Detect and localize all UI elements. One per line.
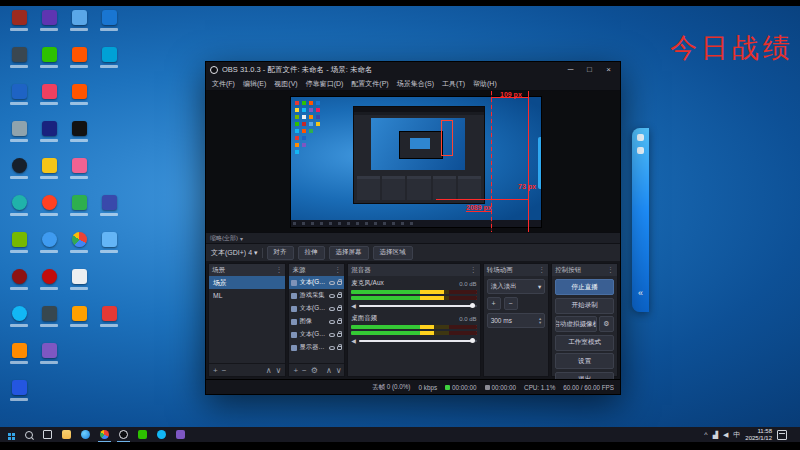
desktop-icon[interactable] — [66, 10, 92, 31]
remove-transition-button[interactable]: − — [504, 297, 518, 310]
preview-zoom-label[interactable]: 缩略(全部) — [210, 234, 238, 243]
menu-scene-collection[interactable]: 场景集合(S) — [393, 79, 438, 89]
desktop-icon[interactable] — [36, 195, 62, 216]
spin-down-icon[interactable]: ▾ — [539, 321, 541, 325]
lock-icon[interactable] — [337, 346, 342, 350]
add-scene-icon[interactable]: + — [213, 366, 218, 375]
desktop-icon[interactable] — [6, 158, 32, 179]
taskbar-chrome[interactable] — [95, 427, 114, 442]
task-view-button[interactable] — [38, 427, 57, 442]
desktop-icon[interactable] — [66, 269, 92, 290]
volume-icon[interactable]: ◀ — [723, 431, 728, 438]
desktop-icon[interactable] — [66, 195, 92, 216]
desktop-icon[interactable] — [36, 84, 62, 105]
source-item[interactable]: 文本(GDI+) — [289, 328, 344, 341]
speaker-icon[interactable]: ◀ — [351, 303, 356, 309]
desktop-icon[interactable] — [36, 306, 62, 327]
network-icon[interactable]: ▟ — [713, 431, 718, 438]
move-down-icon[interactable]: ∨ — [276, 366, 282, 375]
start-recording-button[interactable]: 开始录制 — [555, 298, 614, 314]
menu-profile[interactable]: 配置文件(P) — [347, 79, 392, 89]
dock-menu-icon[interactable]: ⋮ — [538, 266, 545, 274]
desktop-icon[interactable] — [36, 158, 62, 179]
desktop-icon[interactable] — [6, 269, 32, 290]
desktop-icon[interactable] — [36, 47, 62, 68]
lock-icon[interactable] — [337, 307, 342, 311]
desktop-icon[interactable] — [96, 232, 122, 253]
desktop-icon[interactable] — [96, 195, 122, 216]
toolbar-select-screen-button[interactable]: 选择屏幕 — [329, 246, 369, 260]
menu-view[interactable]: 视图(V) — [270, 79, 301, 89]
source-item[interactable]: 文本(GDI+) 4 — [289, 276, 344, 289]
visibility-eye-icon[interactable] — [329, 307, 335, 311]
desktop-icon[interactable] — [66, 84, 92, 105]
collapse-icon[interactable]: « — [632, 288, 649, 298]
visibility-eye-icon[interactable] — [329, 333, 335, 337]
move-up-icon[interactable]: ∧ — [266, 366, 272, 375]
start-button[interactable] — [0, 427, 19, 442]
side-dock[interactable]: « — [632, 128, 649, 312]
maximize-button[interactable]: □ — [582, 62, 597, 77]
tray-expand-icon[interactable]: ^ — [704, 431, 707, 438]
desktop-icon[interactable] — [66, 158, 92, 179]
desktop-icon[interactable] — [66, 121, 92, 142]
menu-help[interactable]: 帮助(H) — [469, 79, 501, 89]
desktop-icon[interactable] — [96, 10, 122, 31]
taskbar-qq[interactable] — [152, 427, 171, 442]
desktop-icon[interactable] — [96, 47, 122, 68]
transition-select[interactable]: 淡入淡出 ▾ — [487, 279, 546, 294]
desktop-icon[interactable] — [6, 84, 32, 105]
taskbar-edge[interactable] — [76, 427, 95, 442]
move-down-icon[interactable]: ∨ — [336, 366, 342, 375]
desktop-icon[interactable] — [6, 343, 32, 364]
start-virtual-camera-button[interactable]: 启动虚拟摄像机 — [555, 316, 597, 332]
source-item[interactable]: 图像 — [289, 315, 344, 328]
desktop-icon[interactable] — [6, 10, 32, 31]
lock-icon[interactable] — [337, 333, 342, 337]
desktop-icon[interactable] — [6, 195, 32, 216]
studio-mode-button[interactable]: 工作室模式 — [555, 335, 614, 351]
minimize-button[interactable]: ─ — [563, 62, 578, 77]
remove-scene-icon[interactable]: − — [222, 366, 227, 375]
desktop-icon[interactable] — [6, 121, 32, 142]
speaker-icon[interactable]: ◀ — [351, 338, 356, 344]
dock-menu-icon[interactable]: ⋮ — [607, 266, 614, 274]
obs-titlebar[interactable]: OBS 31.0.3 - 配置文件: 未命名 - 场景: 未命名 ─ □ × — [206, 62, 620, 77]
search-button[interactable] — [19, 427, 38, 442]
dock-menu-icon[interactable]: ⋮ — [470, 266, 477, 274]
visibility-eye-icon[interactable] — [329, 294, 335, 298]
lock-icon[interactable] — [337, 294, 342, 298]
add-transition-button[interactable]: + — [487, 297, 501, 310]
side-dock-icon[interactable] — [637, 134, 644, 141]
desktop-icon[interactable] — [6, 380, 32, 401]
dock-menu-icon[interactable]: ⋮ — [334, 266, 341, 274]
visibility-eye-icon[interactable] — [329, 281, 335, 285]
remove-source-icon[interactable]: − — [302, 366, 307, 375]
volume-slider[interactable] — [359, 305, 477, 307]
add-source-icon[interactable]: + — [293, 366, 298, 375]
desktop-icon[interactable] — [96, 306, 122, 327]
menu-tools[interactable]: 工具(T) — [438, 79, 469, 89]
desktop-icon[interactable] — [6, 306, 32, 327]
desktop-icon[interactable] — [66, 306, 92, 327]
source-item[interactable]: 文本(GDI+) 2 — [289, 302, 344, 315]
taskbar-app[interactable] — [171, 427, 190, 442]
side-dock-icon[interactable] — [637, 147, 644, 154]
notification-center-icon[interactable] — [777, 430, 787, 440]
taskbar-file-explorer[interactable] — [57, 427, 76, 442]
settings-button[interactable]: 设置 — [555, 353, 614, 369]
close-button[interactable]: × — [601, 62, 616, 77]
lock-icon[interactable] — [337, 320, 342, 324]
desktop-icon[interactable] — [36, 343, 62, 364]
toolbar-select-region-button[interactable]: 选择区域 — [373, 246, 413, 260]
desktop-icon[interactable] — [6, 47, 32, 68]
ime-indicator[interactable]: 中 — [733, 431, 740, 438]
virtual-camera-settings-icon[interactable]: ⚙ — [599, 316, 614, 332]
preview-canvas[interactable]: 109 px 73 px 2089 px — [206, 91, 620, 232]
dock-menu-icon[interactable]: ⋮ — [275, 266, 282, 274]
source-item[interactable]: 游戏采集 — [289, 289, 344, 302]
scene-item[interactable]: ML — [209, 289, 285, 302]
lock-icon[interactable] — [337, 281, 342, 285]
volume-slider[interactable] — [359, 340, 477, 342]
menu-file[interactable]: 文件(F) — [208, 79, 239, 89]
